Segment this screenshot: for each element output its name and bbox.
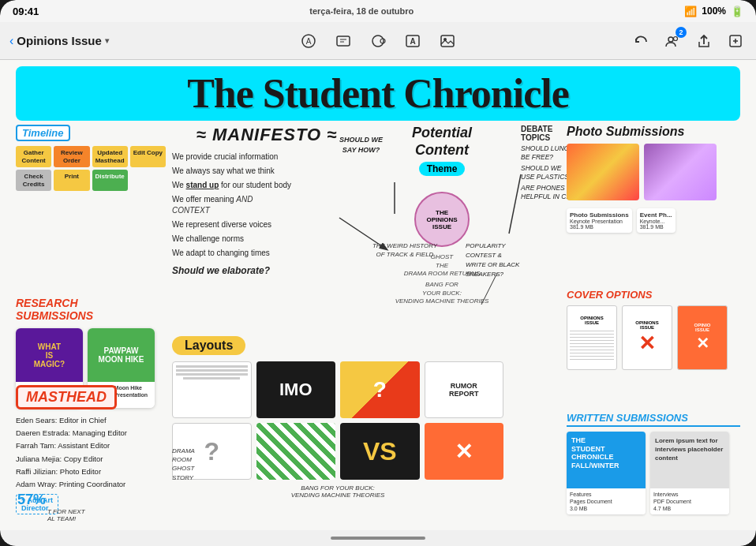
layout-thumb-orange-x[interactable]: ✕ (425, 423, 504, 480)
layouts-title: Layouts (172, 336, 245, 355)
manifesto-item-6: We challenge norms (172, 234, 361, 245)
cover-1-lines (570, 328, 614, 360)
manifesto-section: ≈ MANIFESTO ≈ We provide crucial informa… (172, 125, 361, 276)
photo-card-1-type: Keynote Presentation (570, 219, 629, 224)
battery-icon: 🔋 (731, 6, 743, 17)
cover-2-text: OPINIONSISSUE (635, 320, 658, 330)
title-banner-text: The Student Chronicle (25, 71, 731, 116)
image-button[interactable] (436, 30, 458, 52)
text-style-button[interactable]: A (402, 30, 424, 52)
collaborator-count: 2 (676, 27, 687, 38)
cover-thumbs: OPINIONSISSUE OPINIONSISSUE ✕ OPINIOISSU… (567, 305, 740, 370)
layout-thumb-striped[interactable] (256, 423, 336, 480)
annotate-button[interactable]: A (298, 30, 320, 52)
timeline-cell-review: ReviewOrder (54, 146, 89, 167)
title-banner: The Student Chronicle (16, 66, 740, 121)
masthead-label: MASTHEAD (16, 385, 117, 410)
cover-thumb-1[interactable]: OPINIONSISSUE (567, 305, 617, 370)
photo-thumb-2[interactable] (644, 144, 717, 200)
opinions-bubble: THEOPINIONSISSUE (414, 192, 470, 247)
cover-options-section: COVER OPTIONS OPINIONSISSUE OPINIONSISSU… (567, 289, 740, 370)
timeline-cell-gather: GatherContent (16, 146, 51, 167)
layout-thumb-vs[interactable]: VS (340, 423, 420, 480)
layout-thumb-1[interactable] (172, 361, 252, 418)
cover-2-xmark: ✕ (638, 331, 656, 356)
manifesto-title: ≈ MANIFESTO ≈ (172, 125, 361, 145)
weird-history-note: THE WEIRD HISTORYOF TRACK & FIELD (369, 241, 440, 259)
edit-button[interactable] (724, 30, 747, 52)
photo-thumb-1[interactable] (567, 144, 639, 200)
bravos-note: BANG FORYOUR BUCK:VENDING MACHINE THEORI… (367, 281, 517, 305)
timeline-cell-edit: Edit Copy (130, 146, 166, 167)
collaborators-button[interactable]: 2 (661, 30, 683, 52)
photo-thumbs (567, 144, 740, 200)
photo-submissions-title: Photo Submissions (567, 125, 740, 139)
drama-note: DRAMAROOMGHOSTSTORY (172, 447, 195, 482)
layout-line (183, 377, 240, 380)
shape-button[interactable] (367, 30, 389, 52)
cover-3-xmark: ✕ (696, 334, 709, 353)
chronicle-card-label: FeaturesPages Document3.0 MB (567, 488, 646, 514)
manifesto-item-3: We stand up for our student body (172, 180, 361, 191)
layout-thumb-colorful[interactable]: ? (340, 361, 420, 418)
cover-options-title: COVER OPTIONS (567, 289, 740, 301)
photo-card-1[interactable]: Photo Submissions Keynote Presentation 3… (567, 208, 632, 233)
status-time: 09:41 (13, 6, 39, 17)
status-date: terça-feira, 18 de outubro (309, 6, 414, 16)
textbox-button[interactable] (332, 30, 354, 52)
layout-line (176, 373, 248, 376)
manifesto-question: Should we elaborate? (172, 265, 361, 276)
svg-rect-2 (337, 36, 350, 46)
layout-grid: IMO ? RUMORREPORT ? VS ✕ (172, 361, 503, 480)
photo-cards: Photo Submissions Keynote Presentation 3… (567, 204, 740, 233)
status-bar: 09:41 terça-feira, 18 de outubro 📶 100% … (0, 0, 756, 22)
written-card-chronicle[interactable]: THESTUDENTCHRONICLEFALL/WINTER FeaturesP… (567, 432, 646, 514)
manifesto-item-2: We always say what we think (172, 166, 361, 177)
svg-text:A: A (410, 37, 415, 46)
manifesto-item-5: We represent diverse voices (172, 219, 361, 230)
svg-point-5 (372, 36, 384, 47)
cover-1-text: OPINIONSISSUE (580, 316, 603, 325)
written-submissions-section: WRITTEN SUBMISSIONS THESTUDENTCHRONICLEF… (567, 412, 740, 514)
title-chevron-icon[interactable]: ▾ (105, 36, 109, 45)
timeline-cell-distribute: Distribute (92, 170, 128, 191)
doc-title-text: Opinions Issue (17, 34, 102, 47)
svg-point-11 (668, 37, 673, 42)
cover-thumb-3[interactable]: OPINIOISSUE ✕ (677, 305, 728, 370)
interviews-card-label: InterviewsPDF Document4.7 MB (650, 488, 729, 514)
photo-card-2-title: Event Ph... (640, 211, 672, 219)
timeline-grid: GatherContent ReviewOrder UpdatedMasthea… (16, 146, 166, 191)
theme-badge: Theme (419, 162, 466, 176)
magic-card-image: WHATISMAGIC? (16, 328, 83, 382)
interviews-card-image: Lorem ipsum text for interviews placehol… (650, 432, 729, 488)
potential-content-title: PotentialContent (367, 125, 517, 159)
toolbar: ‹ Opinions Issue ▾ A A 2 (0, 22, 756, 60)
photo-card-1-size: 381.9 MB (570, 224, 629, 230)
layout-thumb-imo[interactable]: IMO (256, 361, 336, 418)
home-indicator[interactable] (331, 537, 425, 540)
svg-rect-9 (441, 36, 454, 47)
written-card-interviews[interactable]: Lorem ipsum text for interviews placehol… (650, 432, 729, 514)
photo-card-2-size: 381.9 MB (640, 224, 672, 230)
back-button[interactable]: ‹ (9, 34, 13, 48)
cover-3-text: OPINIOISSUE (694, 323, 710, 332)
layout-thumb-rumor[interactable]: RUMORREPORT (425, 361, 504, 418)
hike-card-image: PAWPAWMOON HIKE (88, 328, 155, 382)
cover-thumb-2[interactable]: OPINIONSISSUE ✕ (622, 305, 672, 370)
timeline-cell-check: CheckCredits (16, 170, 51, 191)
photo-card-1-title: Photo Submissions (570, 211, 629, 219)
layout-line (176, 365, 248, 368)
photo-card-2[interactable]: Event Ph... Keynote... 381.9 MB (637, 208, 676, 233)
svg-point-12 (674, 36, 678, 40)
share-button[interactable] (693, 30, 715, 52)
battery-label: 100% (702, 6, 726, 17)
undo-button[interactable] (630, 30, 652, 52)
written-submissions-title: WRITTEN SUBMISSIONS (567, 412, 740, 427)
photo-card-2-type: Keynote... (640, 219, 672, 224)
document-title: Opinions Issue ▾ (17, 34, 109, 47)
wifi-icon: 📶 (684, 6, 697, 17)
popularity-notes: POPULARITYCONTEST &WRITE OR BLACKSNEAKER… (466, 241, 560, 279)
timeline-section: Timeline GatherContent ReviewOrder Updat… (16, 125, 166, 191)
written-cards: THESTUDENTCHRONICLEFALL/WINTER FeaturesP… (567, 432, 740, 514)
research-label: RESEARCHSUBMISSIONS (16, 297, 170, 322)
